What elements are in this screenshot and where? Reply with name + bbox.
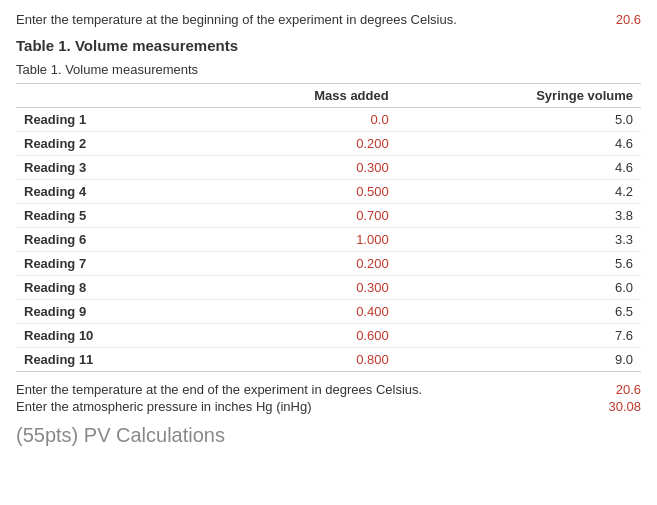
temperature-start-value: 20.6 [616, 12, 641, 27]
bottom-rows: Enter the temperature at the end of the … [16, 382, 641, 414]
row-mass: 0.200 [201, 132, 397, 156]
bottom-row-value: 30.08 [608, 399, 641, 414]
row-mass: 0.700 [201, 204, 397, 228]
row-mass: 0.400 [201, 300, 397, 324]
table-row: Reading 10.05.0 [16, 108, 641, 132]
table-row: Reading 90.4006.5 [16, 300, 641, 324]
row-mass: 0.300 [201, 156, 397, 180]
col-header-mass: Mass added [201, 84, 397, 108]
section-title: Table 1. Volume measurements [16, 37, 641, 54]
row-mass: 0.800 [201, 348, 397, 372]
bottom-row-value: 20.6 [616, 382, 641, 397]
table-row: Reading 40.5004.2 [16, 180, 641, 204]
row-mass: 0.300 [201, 276, 397, 300]
bottom-row-label: Enter the atmospheric pressure in inches… [16, 399, 312, 414]
row-syringe: 5.6 [397, 252, 641, 276]
table-row: Reading 70.2005.6 [16, 252, 641, 276]
row-label: Reading 6 [16, 228, 201, 252]
temperature-start-label: Enter the temperature at the beginning o… [16, 12, 457, 27]
bottom-row-label: Enter the temperature at the end of the … [16, 382, 422, 397]
row-syringe: 6.5 [397, 300, 641, 324]
row-syringe: 7.6 [397, 324, 641, 348]
col-header-syringe: Syringe volume [397, 84, 641, 108]
table-row: Reading 50.7003.8 [16, 204, 641, 228]
row-syringe: 6.0 [397, 276, 641, 300]
table-row: Reading 20.2004.6 [16, 132, 641, 156]
table-subtitle: Table 1. Volume measurements [16, 62, 641, 77]
footer-title: (55pts) PV Calculations [16, 424, 641, 447]
row-syringe: 5.0 [397, 108, 641, 132]
row-mass: 0.0 [201, 108, 397, 132]
table-row: Reading 30.3004.6 [16, 156, 641, 180]
row-mass: 1.000 [201, 228, 397, 252]
row-label: Reading 9 [16, 300, 201, 324]
row-label: Reading 7 [16, 252, 201, 276]
row-label: Reading 8 [16, 276, 201, 300]
row-syringe: 3.3 [397, 228, 641, 252]
row-label: Reading 4 [16, 180, 201, 204]
row-syringe: 9.0 [397, 348, 641, 372]
table-row: Reading 110.8009.0 [16, 348, 641, 372]
row-syringe: 4.2 [397, 180, 641, 204]
bottom-row-item: Enter the atmospheric pressure in inches… [16, 399, 641, 414]
volume-measurements-table: Mass added Syringe volume Reading 10.05.… [16, 83, 641, 372]
table-row: Reading 100.6007.6 [16, 324, 641, 348]
row-label: Reading 2 [16, 132, 201, 156]
row-label: Reading 1 [16, 108, 201, 132]
row-label: Reading 3 [16, 156, 201, 180]
bottom-row-item: Enter the temperature at the end of the … [16, 382, 641, 397]
table-row: Reading 80.3006.0 [16, 276, 641, 300]
row-syringe: 4.6 [397, 156, 641, 180]
table-row: Reading 61.0003.3 [16, 228, 641, 252]
row-label: Reading 5 [16, 204, 201, 228]
table-header-row: Mass added Syringe volume [16, 84, 641, 108]
row-mass: 0.500 [201, 180, 397, 204]
row-syringe: 4.6 [397, 132, 641, 156]
row-label: Reading 11 [16, 348, 201, 372]
row-syringe: 3.8 [397, 204, 641, 228]
col-header-label [16, 84, 201, 108]
row-label: Reading 10 [16, 324, 201, 348]
temperature-start-row: Enter the temperature at the beginning o… [16, 12, 641, 27]
row-mass: 0.200 [201, 252, 397, 276]
row-mass: 0.600 [201, 324, 397, 348]
